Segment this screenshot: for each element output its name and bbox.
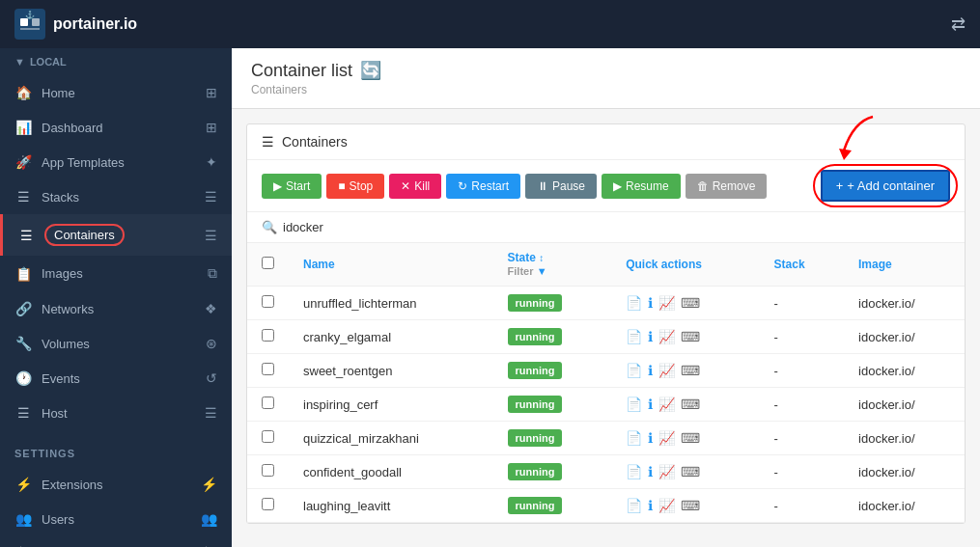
endpoint-switcher[interactable]: ⇄ [951, 14, 966, 35]
stats-icon[interactable]: 📈 [658, 295, 675, 311]
sidebar-item-images[interactable]: 📋 Images ⧉ [0, 256, 232, 291]
home-nav-icon: ⊞ [206, 85, 217, 100]
quick-actions-cell: 📄 ℹ 📈 ⌨ [611, 422, 759, 455]
search-input[interactable] [283, 220, 476, 234]
sidebar-item-stacks[interactable]: ☰ Stacks ☰ [0, 179, 232, 214]
row-checkbox-cell[interactable] [247, 388, 289, 422]
resume-button[interactable]: ▶ Resume [602, 174, 681, 199]
image-cell: idocker.io/ [844, 287, 965, 320]
extensions-nav-icon: ⚡ [201, 477, 217, 492]
info-icon[interactable]: ℹ [648, 329, 653, 344]
sort-icon: ↕ [539, 253, 544, 263]
sidebar-item-networks[interactable]: 🔗 Networks ❖ [0, 291, 232, 326]
remove-button[interactable]: 🗑 Remove [686, 174, 768, 199]
row-checkbox-cell[interactable] [247, 422, 289, 455]
status-badge: running [508, 362, 563, 379]
sidebar-item-home[interactable]: 🏠 Home ⊞ [0, 75, 232, 110]
stats-icon[interactable]: 📈 [658, 363, 675, 378]
refresh-icon[interactable]: 🔄 [360, 60, 381, 81]
row-checkbox[interactable] [262, 464, 274, 477]
row-checkbox-cell[interactable] [247, 287, 289, 320]
kill-button[interactable]: ✕ Kill [389, 174, 441, 199]
images-nav-icon: ⧉ [208, 265, 217, 282]
start-button[interactable]: ▶ Start [262, 174, 322, 199]
row-checkbox-cell[interactable] [247, 489, 289, 523]
select-all-checkbox[interactable] [262, 257, 274, 269]
sidebar: ▼ LOCAL 🏠 Home ⊞ 📊 Dashboard ⊞ 🚀 App Tem… [0, 48, 232, 547]
terminal-icon[interactable]: ⌨ [681, 329, 700, 344]
container-name-cell[interactable]: laughing_leavitt [289, 489, 493, 523]
stats-icon[interactable]: 📈 [658, 329, 675, 344]
sidebar-item-label-dashboard: Dashboard [42, 121, 103, 135]
info-icon[interactable]: ℹ [648, 430, 653, 446]
sidebar-item-extensions[interactable]: ⚡ Extensions ⚡ [0, 467, 232, 502]
container-name-cell[interactable]: cranky_elgamal [289, 320, 493, 354]
logs-icon[interactable]: 📄 [626, 363, 642, 378]
sidebar-item-containers[interactable]: ☰ Containers ☰ [0, 214, 232, 256]
row-checkbox[interactable] [262, 329, 274, 342]
image-cell: idocker.io/ [844, 489, 965, 523]
sidebar-item-app-templates[interactable]: 🚀 App Templates ✦ [0, 145, 232, 179]
row-checkbox-cell[interactable] [247, 320, 289, 354]
row-checkbox-cell[interactable] [247, 455, 289, 489]
sidebar-item-endpoints[interactable]: 🔌 Endpoints 🔌 [0, 536, 232, 547]
terminal-icon[interactable]: ⌨ [681, 464, 700, 479]
container-name-cell[interactable]: inspiring_cerf [289, 388, 493, 422]
terminal-icon[interactable]: ⌨ [681, 498, 700, 513]
row-checkbox[interactable] [262, 397, 274, 409]
terminal-icon[interactable]: ⌨ [681, 363, 700, 378]
container-name-cell[interactable]: sweet_roentgen [289, 354, 493, 388]
stats-icon[interactable]: 📈 [658, 430, 675, 446]
stats-icon[interactable]: 📈 [658, 397, 675, 412]
logo[interactable]: ⚓ portainer.io [14, 9, 137, 40]
state-column-header[interactable]: State ↕ Filter ▼ [493, 243, 612, 287]
sidebar-item-volumes[interactable]: 🔧 Volumes ⊛ [0, 326, 232, 361]
select-all-header[interactable] [247, 243, 289, 287]
image-cell: idocker.io/ [844, 320, 965, 354]
stats-icon[interactable]: 📈 [658, 464, 675, 479]
logs-icon[interactable]: 📄 [626, 397, 642, 412]
add-container-button[interactable]: + + Add container [821, 170, 950, 202]
stack-cell: - [760, 455, 845, 489]
container-state-cell: running [493, 320, 612, 354]
logs-icon[interactable]: 📄 [626, 464, 642, 479]
sidebar-item-label-home: Home [42, 86, 75, 100]
terminal-icon[interactable]: ⌨ [681, 430, 700, 446]
sidebar-item-label-events: Events [42, 371, 80, 386]
pause-button[interactable]: ⏸ Pause [525, 174, 597, 199]
filter-icon[interactable]: ▼ [537, 265, 547, 277]
stop-button[interactable]: ■ Stop [326, 174, 384, 199]
quick-actions-cell: 📄 ℹ 📈 ⌨ [611, 354, 759, 388]
restart-button[interactable]: ↻ Restart [446, 174, 520, 199]
row-checkbox[interactable] [262, 295, 274, 308]
filter-label[interactable]: Filter [508, 265, 534, 277]
sidebar-item-host[interactable]: ☰ Host ☰ [0, 396, 232, 430]
stats-icon[interactable]: 📈 [658, 498, 675, 513]
sidebar-item-dashboard[interactable]: 📊 Dashboard ⊞ [0, 110, 232, 145]
terminal-icon[interactable]: ⌨ [681, 397, 700, 412]
info-icon[interactable]: ℹ [648, 363, 653, 378]
terminal-icon[interactable]: ⌨ [681, 295, 700, 311]
row-checkbox-cell[interactable] [247, 354, 289, 388]
stacks-nav-icon: ☰ [205, 189, 217, 205]
row-checkbox[interactable] [262, 498, 274, 510]
info-icon[interactable]: ℹ [648, 295, 653, 311]
sidebar-item-users[interactable]: 👥 Users 👥 [0, 502, 232, 536]
container-name-cell[interactable]: quizzical_mirzakhani [289, 422, 493, 455]
logs-icon[interactable]: 📄 [626, 430, 642, 446]
container-name-cell[interactable]: unruffled_lichterman [289, 287, 493, 320]
table-row: laughing_leavitt running 📄 ℹ 📈 ⌨ - idock… [247, 489, 965, 523]
logs-icon[interactable]: 📄 [626, 329, 642, 344]
info-icon[interactable]: ℹ [648, 498, 653, 513]
sidebar-item-events[interactable]: 🕐 Events ↺ [0, 361, 232, 396]
logs-icon[interactable]: 📄 [626, 295, 642, 311]
info-icon[interactable]: ℹ [648, 464, 653, 479]
info-icon[interactable]: ℹ [648, 397, 653, 412]
local-section-header: ▼ LOCAL [0, 48, 232, 75]
page-header: Container list 🔄 Containers [232, 48, 980, 109]
row-checkbox[interactable] [262, 363, 274, 375]
row-checkbox[interactable] [262, 430, 274, 443]
dashboard-nav-icon: ⊞ [206, 120, 217, 135]
logs-icon[interactable]: 📄 [626, 498, 642, 513]
container-name-cell[interactable]: confident_goodall [289, 455, 493, 489]
